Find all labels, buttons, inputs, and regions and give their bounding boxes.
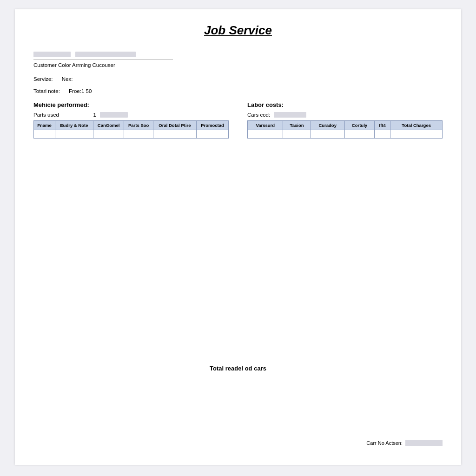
labor-cost-row: Cars cod: — [247, 112, 443, 118]
parts-col-promoctad: Promoctad — [196, 121, 228, 130]
parts-used-label: Parts used — [33, 112, 59, 118]
parts-input[interactable] — [100, 112, 128, 118]
total-label: Total readel od cars — [210, 365, 266, 372]
parts-row-1 — [34, 130, 229, 139]
labor-col-total-charges: Total Charges — [390, 121, 443, 130]
parts-table: Fname Eudry & Note CanGomel Parts Soo Or… — [33, 120, 229, 139]
carr-section: Carr No Actsen: — [366, 440, 443, 446]
cars-cost-input[interactable] — [274, 112, 306, 118]
labor-table: Varssurd Taxion Curadoy Cortuly Ift4 Tot… — [247, 120, 443, 139]
cars-cost-label: Cars cod: — [247, 112, 270, 118]
main-sections: Mehicie performed: Parts used 1 Fname Eu… — [33, 101, 443, 139]
labor-col-ift4: Ift4 — [375, 121, 390, 130]
field-totari: Totari note: Froe:1 50 — [33, 88, 92, 94]
field-totari-value: Froe:1 50 — [69, 88, 92, 94]
labor-section: Labor costs: Cars cod: Varssurd Taxion C… — [247, 101, 443, 139]
vehicle-section: Mehicie performed: Parts used 1 Fname Eu… — [33, 101, 229, 139]
carr-input[interactable] — [405, 440, 443, 446]
total-section: Total readel od cars — [210, 365, 266, 372]
customer-inputs — [33, 52, 443, 57]
labor-col-varssurd: Varssurd — [248, 121, 283, 130]
carr-label: Carr No Actsen: — [366, 440, 403, 446]
customer-label: Customer Color Arrming Cucouser — [33, 62, 443, 68]
vehicle-heading: Mehicie performed: — [33, 101, 229, 108]
customer-section: Customer Color Arrming Cucouser — [33, 52, 443, 68]
parts-used-row: Parts used 1 — [33, 112, 229, 118]
field-servize: Servize: Nex: — [33, 76, 73, 82]
fields-row-1: Servize: Nex: — [33, 76, 443, 82]
field-servize-value: Nex: — [62, 76, 73, 82]
parts-col-fname: Fname — [34, 121, 55, 130]
customer-input-1[interactable] — [33, 52, 71, 57]
customer-input-2[interactable] — [75, 52, 136, 57]
parts-col-oral: Oral Dotal Ptire — [153, 121, 196, 130]
field-servize-label: Servize: — [33, 76, 53, 82]
labor-col-taxion: Taxion — [283, 121, 311, 130]
fields-row-2: Totari note: Froe:1 50 — [33, 88, 443, 94]
parts-used-value: 1 — [93, 112, 96, 118]
customer-divider — [33, 59, 173, 60]
labor-heading: Labor costs: — [247, 101, 443, 108]
parts-col-eudry: Eudry & Note — [55, 121, 93, 130]
page-container: Job Service Customer Color Arrming Cucou… — [15, 9, 461, 465]
field-totari-label: Totari note: — [33, 88, 60, 94]
labor-col-cortuly: Cortuly — [344, 121, 375, 130]
parts-col-parts-soo: Parts Soo — [124, 121, 153, 130]
labor-col-curadoy: Curadoy — [311, 121, 344, 130]
page-title: Job Service — [33, 23, 443, 38]
labor-row-1 — [248, 130, 443, 139]
parts-col-cangomel: CanGomel — [93, 121, 124, 130]
